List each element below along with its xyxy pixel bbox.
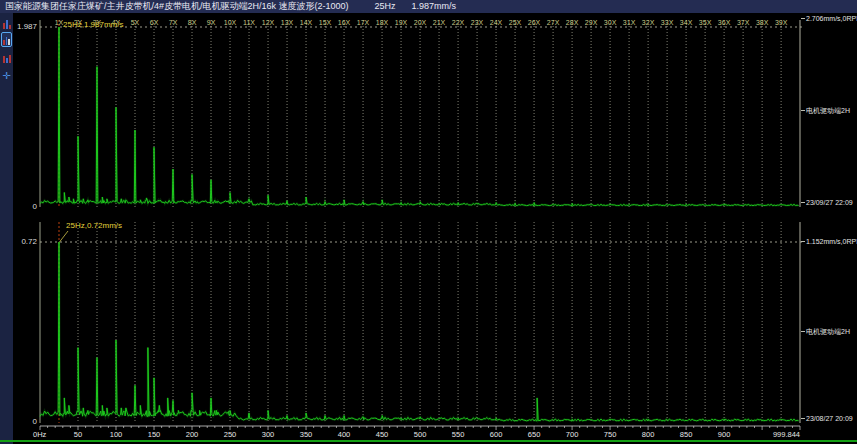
harmonic-label: 14X [300, 19, 313, 26]
harmonic-label: 35X [699, 19, 712, 26]
harmonic-label: 27X [547, 19, 560, 26]
harmonic-label: 9X [207, 19, 216, 26]
overall-value-chart1: 2.706mm/s,0RPM [801, 15, 857, 23]
x-axis-tick-label: 500 [414, 430, 427, 439]
x-axis-tick-label: 0Hz [33, 430, 47, 439]
harmonic-label: 30X [604, 19, 617, 26]
x-axis-tick-label: 800 [642, 430, 655, 439]
harmonic-label: 29X [585, 19, 598, 26]
x-axis-tick-label: 900 [718, 430, 731, 439]
harmonic-label: 5X [131, 19, 140, 26]
harmonic-label: 20X [414, 19, 427, 26]
harmonic-label: 38X [756, 19, 769, 26]
timestamp-chart1: 23/09/27 22:09 [801, 199, 857, 207]
harmonic-label: 32X [642, 19, 655, 26]
x-axis-tick-label: 999.844 [773, 430, 800, 439]
harmonic-label: 34X [680, 19, 693, 26]
y-max-label-chart1: 1.987 [6, 22, 37, 31]
x-axis-tick-label: 750 [604, 430, 617, 439]
spectrum-trace [40, 242, 799, 421]
tick-dash-icon [801, 202, 805, 203]
harmonic-label: 36X [718, 19, 731, 26]
harmonic-label: 31X [623, 19, 636, 26]
breadcrumb-path: 国家能源集团任家庄煤矿/主井皮带机/4#皮带电机/电机驱动端2H/16k 速度波… [5, 1, 349, 11]
x-axis-tick-label: 200 [186, 430, 199, 439]
peak-marker-chart1: 25Hz,1.987mm/s [63, 20, 123, 29]
point-name-chart2: 电机驱动端2H [801, 328, 857, 336]
x-axis-tick-label: 850 [680, 430, 693, 439]
harmonic-label: 19X [395, 19, 408, 26]
x-axis-tick-label: 50 [74, 430, 82, 439]
x-axis-tick-label: 650 [528, 430, 541, 439]
y-max-label-chart2: 0.72 [6, 237, 37, 246]
vibration-analyzer-window: 国家能源集团任家庄煤矿/主井皮带机/4#皮带电机/电机驱动端2H/16k 速度波… [0, 0, 857, 444]
tick-dash-icon [801, 241, 805, 242]
x-axis-tick-label: 400 [338, 430, 351, 439]
spectrum-chart-lower[interactable]: 0Hz5010015020025030035040045050055060065… [0, 215, 857, 444]
title-bar: 国家能源集团任家庄煤矿/主井皮带机/4#皮带电机/电机驱动端2H/16k 速度波… [0, 0, 857, 13]
tick-dash-icon [801, 331, 805, 332]
marker-leader-line [60, 231, 69, 242]
harmonic-label: 28X [566, 19, 579, 26]
cursor-amplitude-readout: 1.987mm/s [412, 1, 457, 11]
x-axis-tick-label: 300 [262, 430, 275, 439]
peak-marker-chart2: 25Hz,0.72mm/s [66, 221, 122, 230]
x-axis-tick-label: 350 [300, 430, 313, 439]
tick-dash-icon [801, 18, 805, 19]
cursor-frequency-readout: 25Hz [375, 1, 396, 11]
harmonic-label: 17X [357, 19, 370, 26]
harmonic-label: 23X [471, 19, 484, 26]
harmonic-label: 10X [224, 19, 237, 26]
harmonic-label: 13X [281, 19, 294, 26]
x-axis-tick-label: 450 [376, 430, 389, 439]
harmonic-label: 26X [528, 19, 541, 26]
timestamp-chart2: 23/08/27 20:09 [801, 415, 857, 423]
point-name-chart1: 电机驱动端2H [801, 107, 857, 115]
y-zero-label-chart2: 0 [6, 417, 37, 426]
harmonic-label: 8X [188, 19, 197, 26]
harmonic-label: 7X [169, 19, 178, 26]
harmonic-label: 39X [775, 19, 788, 26]
x-axis-tick-label: 150 [148, 430, 161, 439]
harmonic-label: 21X [433, 19, 446, 26]
tick-dash-icon [801, 418, 805, 419]
harmonic-label: 11X [243, 19, 255, 26]
tick-dash-icon [801, 110, 805, 111]
harmonic-label: 24X [490, 19, 503, 26]
harmonic-label: 16X [338, 19, 351, 26]
harmonic-label: 33X [661, 19, 674, 26]
x-axis-tick-label: 250 [224, 430, 237, 439]
harmonic-label: 22X [452, 19, 465, 26]
x-axis-tick-label: 700 [566, 430, 579, 439]
x-axis-tick-label: 100 [110, 430, 123, 439]
overall-value-chart2: 1.152mm/s,0RPM [801, 238, 857, 246]
harmonic-label: 6X [150, 19, 159, 26]
harmonic-label: 15X [319, 19, 332, 26]
harmonic-label: 18X [376, 19, 389, 26]
harmonic-label: 25X [509, 19, 522, 26]
harmonic-label: 12X [262, 19, 275, 26]
harmonic-label: 37X [737, 19, 750, 26]
x-axis-tick-label: 600 [490, 430, 503, 439]
spectrum-chart-upper[interactable]: 1X2X3X4X5X6X7X8X9X10X11X12X13X14X15X16X1… [0, 13, 857, 212]
bottom-separator-line [0, 440, 857, 442]
x-axis-tick-label: 550 [452, 430, 465, 439]
y-zero-label-chart1: 0 [6, 202, 37, 211]
